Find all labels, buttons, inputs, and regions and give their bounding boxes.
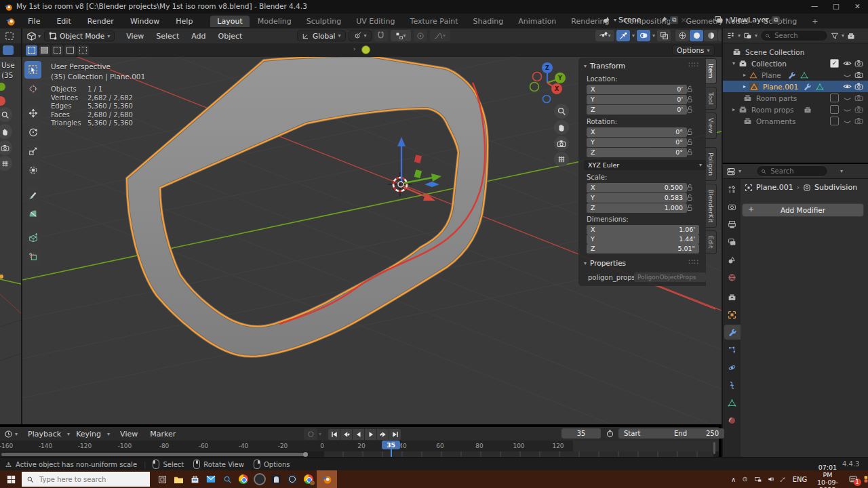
3d-cursor[interactable] xyxy=(388,172,412,197)
next-keyframe-button[interactable] xyxy=(377,429,389,440)
options-dropdown[interactable]: Options▾ xyxy=(672,45,715,56)
tab-tool-properties[interactable] xyxy=(723,182,741,197)
language-indicator[interactable]: ENG xyxy=(793,476,808,483)
workspace-tab-sculpting[interactable]: Sculpting xyxy=(300,16,348,27)
timeline-menu-playback[interactable]: Playback xyxy=(22,430,67,439)
overlays-toggle[interactable] xyxy=(637,30,650,41)
outliner-row-scene-collection[interactable]: Scene Collection xyxy=(723,46,868,58)
viewlayer-icon[interactable] xyxy=(714,15,724,24)
camera-render-icon[interactable] xyxy=(854,82,863,91)
scene-new-icon[interactable]: ⧉ xyxy=(670,16,678,24)
chrome-icon[interactable] xyxy=(235,471,252,487)
pan-hand-button[interactable] xyxy=(0,124,12,139)
room-props-expand-icon[interactable]: ▸ xyxy=(732,106,735,113)
tab-view[interactable]: View xyxy=(706,113,717,139)
viewport-editor-type-icon[interactable] xyxy=(26,31,37,41)
minimize-button[interactable]: — xyxy=(811,1,818,9)
lock-ry-icon[interactable] xyxy=(686,138,694,146)
tool-annotate[interactable] xyxy=(24,186,41,203)
chrome-profile-icon[interactable] xyxy=(300,471,317,487)
snap-settings-dropdown[interactable]: ▾ xyxy=(391,30,411,41)
auto-keying-chevron-icon[interactable]: ▾ xyxy=(319,431,321,437)
shading-material-button[interactable] xyxy=(704,30,717,41)
collection-checkbox[interactable]: ✓ xyxy=(830,59,839,68)
gizmos-toggle[interactable] xyxy=(616,30,630,41)
tab-world-properties[interactable] xyxy=(723,270,741,285)
tool-move[interactable] xyxy=(24,104,41,122)
editor-type-chevron-icon[interactable]: ▾ xyxy=(38,33,41,39)
outliner-display-mode-icon[interactable] xyxy=(726,31,735,40)
camera-render-icon[interactable] xyxy=(854,94,863,102)
lock-rx-icon[interactable] xyxy=(686,127,694,136)
tab-particle-properties[interactable] xyxy=(723,342,741,357)
lock-sz-icon[interactable] xyxy=(686,203,694,211)
tray-network-icon[interactable] xyxy=(755,476,762,483)
collection-checkbox-unchecked[interactable] xyxy=(830,117,839,125)
jump-to-start-button[interactable] xyxy=(328,429,340,440)
lock-x-icon[interactable] xyxy=(686,85,694,93)
start-button[interactable] xyxy=(3,471,19,487)
timeline-menu-view[interactable]: View xyxy=(114,430,144,439)
timeline-v-scrollbar[interactable] xyxy=(713,442,715,454)
tab-constraint-properties[interactable] xyxy=(723,378,741,392)
tray-update-icon[interactable] xyxy=(742,475,748,483)
scene-icon[interactable] xyxy=(602,15,612,24)
viewport-menu-view[interactable]: View xyxy=(120,32,150,41)
properties-search-input[interactable] xyxy=(769,167,823,176)
viewlayer-name[interactable]: ViewLayer xyxy=(730,16,770,24)
scale-x-field[interactable]: X0.500 xyxy=(587,183,687,192)
outliner-row-plane001-selected[interactable]: ▸ Plane.001 xyxy=(723,81,868,92)
snap-toggle[interactable] xyxy=(374,30,388,41)
outliner-row-collection[interactable]: ▾ Collection ✓ xyxy=(723,58,868,69)
viewport-menu-add[interactable]: Add xyxy=(185,32,212,41)
tab-collection-properties[interactable] xyxy=(723,289,741,304)
funnel-chevron-icon[interactable]: ▾ xyxy=(842,33,844,39)
game-app-icon[interactable] xyxy=(252,471,268,487)
rotation-mode-dropdown[interactable]: XYZ Euler▾ xyxy=(584,160,706,170)
lock-z-icon[interactable] xyxy=(686,105,694,113)
tool-select-box[interactable] xyxy=(24,61,41,79)
collection-checkbox-unchecked[interactable] xyxy=(830,105,839,114)
show-object-types-dropdown[interactable]: ▾ xyxy=(595,30,614,41)
tool-transform[interactable] xyxy=(24,161,41,179)
outliner-row-room-props[interactable]: ▸ Room props xyxy=(723,104,868,115)
breadcrumb-modifier[interactable]: Subdivision xyxy=(814,183,857,192)
select-mode-invert-icon[interactable] xyxy=(64,45,76,56)
properties-collapse-icon[interactable]: ▾ xyxy=(584,260,587,266)
select-mode-subtract-icon[interactable] xyxy=(52,45,63,56)
display-mode-chevron-icon[interactable]: ▾ xyxy=(738,33,741,39)
breadcrumb-object[interactable]: Plane.001 xyxy=(756,183,793,192)
add-modifier-button[interactable]: + Add Modifier xyxy=(742,203,864,217)
menu-window[interactable]: Window xyxy=(122,17,167,26)
tab-scene-properties[interactable] xyxy=(723,252,741,267)
outliner-row-ornaments[interactable]: Ornaments xyxy=(723,115,868,127)
panel-grip-icon2[interactable]: ∷∷ xyxy=(688,258,699,266)
scene-pin-icon[interactable] xyxy=(660,16,668,24)
menu-help[interactable]: Help xyxy=(167,17,201,26)
outliner-filter-obj-icon[interactable] xyxy=(743,31,752,40)
eye-closed-icon[interactable] xyxy=(843,106,852,115)
tab-modifier-properties[interactable] xyxy=(724,325,741,340)
dimensions-y-field[interactable]: Y1.44' xyxy=(587,235,699,244)
gizmo-y-axis-ball[interactable] xyxy=(0,83,5,91)
properties-options-chevron-icon[interactable]: ▾ xyxy=(840,168,843,174)
secondary-viewport[interactable]: Use (35 xyxy=(0,28,22,424)
taskbar-search[interactable] xyxy=(22,472,150,487)
location-y-field[interactable]: Y0' xyxy=(587,95,687,104)
camera-view-button[interactable] xyxy=(554,136,569,151)
clock[interactable]: 07:01 PM10-09-2025 xyxy=(813,464,842,488)
tab-render-properties[interactable] xyxy=(723,199,741,214)
tab-viewlayer-properties[interactable] xyxy=(723,235,741,249)
timeline-type-chevron-icon[interactable]: ▾ xyxy=(15,431,18,437)
current-frame-badge[interactable]: 35 xyxy=(382,441,400,449)
panel-grip-icon[interactable]: ∷∷ xyxy=(688,60,699,69)
dimensions-x-field[interactable]: X1.06' xyxy=(587,225,699,235)
dimensions-z-field[interactable]: Z5.01" xyxy=(587,244,699,253)
select-mode-extend-icon[interactable] xyxy=(39,45,50,56)
shading-wireframe-button[interactable] xyxy=(675,30,689,41)
scene-browse-chevron-icon[interactable]: ▾ xyxy=(614,17,616,23)
outliner-search-input[interactable] xyxy=(773,31,823,40)
tool-rotate[interactable] xyxy=(24,123,41,141)
ortho-grid-button[interactable] xyxy=(0,156,12,171)
tool-cursor[interactable] xyxy=(24,80,41,98)
